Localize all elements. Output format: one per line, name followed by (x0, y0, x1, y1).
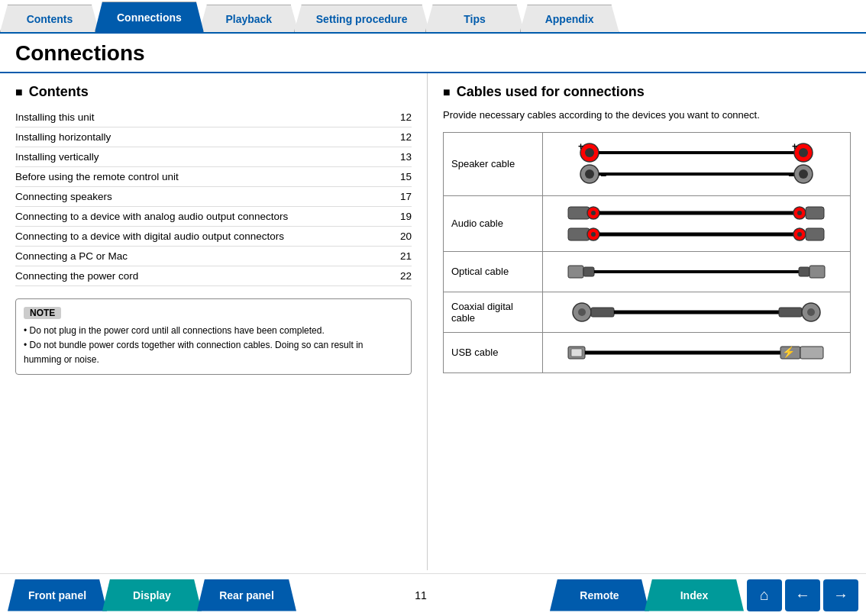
svg-rect-35 (779, 308, 802, 317)
home-button[interactable]: ⌂ (747, 579, 782, 611)
cable-name: Optical cable (444, 251, 543, 292)
svg-point-16 (591, 211, 596, 215)
toc-label: Connecting to a device with digital audi… (15, 231, 389, 242)
svg-rect-29 (799, 267, 809, 276)
cable-name: Coaxial digital cable (444, 292, 543, 332)
page-number: 11 (415, 589, 427, 601)
cable-row: Coaxial digital cable (444, 292, 851, 332)
right-column: Cables used for connections Provide nece… (428, 73, 866, 570)
back-button[interactable]: ← (785, 579, 820, 611)
toc-row[interactable]: Connecting to a device with analog audio… (15, 207, 412, 227)
toc-page: 15 (389, 171, 412, 182)
toc-row[interactable]: Before using the remote control unit15 (15, 167, 412, 187)
left-column: Contents Installing this unit12Installin… (0, 73, 428, 570)
note-box: NOTE Do not plug in the power cord until… (15, 298, 412, 375)
remote-button[interactable]: Remote (550, 579, 649, 611)
svg-rect-27 (583, 267, 594, 276)
cable-illustration: − − + + (543, 132, 851, 195)
cable-row: USB cable ⚡ (444, 332, 851, 373)
svg-text:−: − (788, 169, 794, 182)
tab-playback[interactable]: Playback (199, 5, 299, 32)
svg-point-1 (585, 148, 594, 157)
toc-label: Connecting speakers (15, 191, 389, 202)
toc-label: Installing vertically (15, 151, 389, 163)
cables-intro: Provide necessary cables according to th… (443, 108, 851, 123)
toc-label: Before using the remote control unit (15, 171, 389, 182)
cable-illustration (543, 251, 851, 292)
toc-row[interactable]: Installing this unit12 (15, 108, 412, 127)
toc-page: 20 (389, 231, 412, 242)
cable-illustration (543, 195, 851, 251)
svg-point-32 (578, 308, 586, 316)
note-text: Do not plug in the power cord until all … (24, 324, 403, 368)
tab-appendix[interactable]: Appendix (520, 5, 619, 32)
svg-point-8 (799, 148, 808, 157)
toc-row[interactable]: Connecting a PC or Mac21 (15, 247, 412, 266)
contents-heading: Contents (15, 84, 412, 100)
note-item: Do not bundle power cords together with … (24, 338, 403, 367)
index-button[interactable]: Index (645, 579, 744, 611)
toc-page: 19 (389, 211, 412, 222)
toc-label: Connecting to a device with analog audio… (15, 211, 389, 222)
tab-connections[interactable]: Connections (95, 2, 204, 32)
toc-label: Connecting a PC or Mac (15, 250, 389, 262)
toc-row[interactable]: Connecting to a device with digital audi… (15, 227, 412, 247)
toc-page: 12 (389, 131, 412, 143)
note-label: NOTE (24, 307, 61, 319)
svg-point-3 (585, 169, 594, 179)
toc-row[interactable]: Installing vertically13 (15, 147, 412, 167)
svg-rect-43 (800, 347, 823, 359)
cable-row: Optical cable (444, 251, 851, 292)
toc-label: Installing horizontally (15, 131, 389, 143)
svg-text:+: + (578, 141, 583, 152)
toc-label: Connecting the power cord (15, 270, 389, 282)
main-content: Contents Installing this unit12Installin… (0, 73, 866, 570)
cable-illustration: ⚡ (543, 332, 851, 373)
toc-row[interactable]: Installing horizontally12 (15, 127, 412, 147)
svg-rect-25 (806, 228, 824, 240)
cable-row: Audio cable (444, 195, 851, 251)
page-title-bar: Connections (0, 34, 866, 73)
forward-icon: → (833, 586, 848, 604)
bottom-nav-left: Front panel Display Rear panel (8, 579, 292, 611)
toc-table: Installing this unit12Installing horizon… (15, 108, 412, 286)
front-panel-button[interactable]: Front panel (8, 579, 107, 611)
svg-rect-14 (568, 207, 590, 219)
cable-name: Audio cable (444, 195, 543, 251)
top-navigation: Contents Connections Playback Setting pr… (0, 0, 866, 34)
cables-table: Speaker cable − − + + Audio cable (443, 132, 851, 373)
toc-page: 17 (389, 191, 412, 202)
svg-rect-17 (568, 228, 590, 240)
toc-page: 21 (389, 250, 412, 262)
svg-text:⚡: ⚡ (782, 346, 796, 359)
cable-name: Speaker cable (444, 132, 543, 195)
toc-page: 12 (389, 111, 412, 123)
toc-row[interactable]: Connecting speakers17 (15, 187, 412, 207)
svg-rect-33 (591, 308, 614, 317)
svg-point-37 (807, 308, 815, 316)
toc-page: 13 (389, 151, 412, 163)
svg-point-19 (591, 232, 596, 237)
svg-rect-39 (571, 349, 582, 356)
svg-text:+: + (792, 141, 797, 152)
toc-label: Installing this unit (15, 111, 389, 123)
back-icon: ← (795, 586, 810, 604)
svg-rect-22 (806, 207, 824, 219)
svg-point-21 (797, 211, 802, 215)
display-button[interactable]: Display (102, 579, 202, 611)
note-item: Do not plug in the power cord until all … (24, 324, 403, 338)
forward-button[interactable]: → (823, 579, 858, 611)
svg-point-10 (799, 169, 808, 179)
toc-row[interactable]: Connecting the power cord22 (15, 266, 412, 286)
svg-rect-26 (568, 266, 583, 278)
tab-tips[interactable]: Tips (425, 5, 525, 32)
tab-contents[interactable]: Contents (0, 5, 99, 32)
tab-setting-procedure[interactable]: Setting procedure (294, 5, 430, 32)
cables-heading: Cables used for connections (443, 84, 851, 100)
home-icon: ⌂ (760, 586, 769, 604)
svg-rect-30 (809, 266, 825, 278)
rear-panel-button[interactable]: Rear panel (197, 579, 296, 611)
cable-row: Speaker cable − − + + (444, 132, 851, 195)
cable-name: USB cable (444, 332, 543, 373)
bottom-navigation: Front panel Display Rear panel 11 Remote… (0, 573, 866, 616)
